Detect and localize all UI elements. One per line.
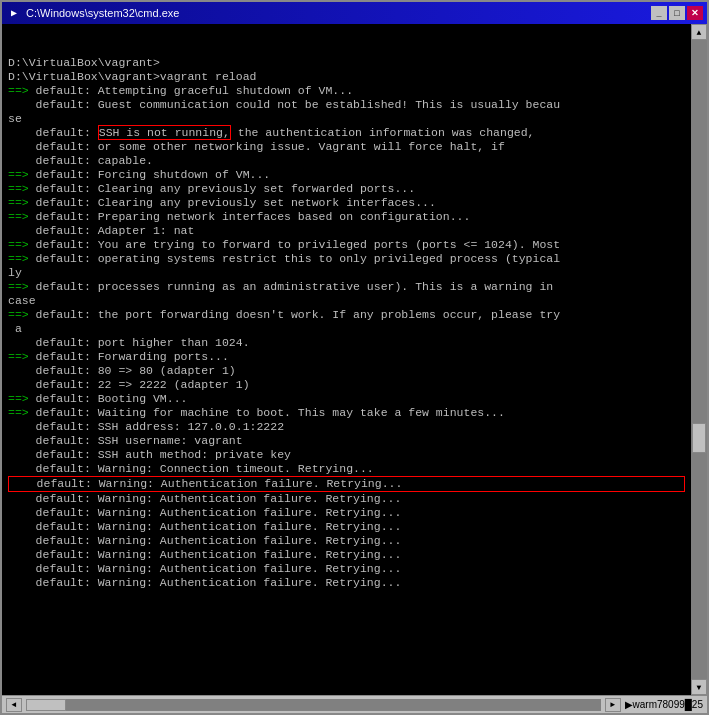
terminal-line: default: SSH auth method: private key: [8, 448, 685, 462]
terminal-line: ==> default: Clearing any previously set…: [8, 196, 685, 210]
terminal-line: ==> default: operating systems restrict …: [8, 252, 685, 266]
maximize-button[interactable]: □: [669, 6, 685, 20]
window-icon: ▶: [6, 5, 22, 21]
statusbar-scroll-thumb: [26, 699, 66, 711]
terminal-line: ==> default: Clearing any previously set…: [8, 182, 685, 196]
terminal-line: default: Guest communication could not b…: [8, 98, 685, 112]
terminal-line: ly: [8, 266, 685, 280]
terminal-line: default: Warning: Authentication failure…: [8, 534, 685, 548]
terminal-line: ==> default: You are trying to forward t…: [8, 238, 685, 252]
terminal-line: default: SSH address: 127.0.0.1:2222: [8, 420, 685, 434]
titlebar: ▶ C:\Windows\system32\cmd.exe _ □ ✕: [2, 2, 707, 24]
terminal-line: default: or some other networking issue.…: [8, 140, 685, 154]
terminal-line: default: port higher than 1024.: [8, 336, 685, 350]
scrollbar[interactable]: ▲ ▼: [691, 24, 707, 695]
terminal-line: ==> default: processes running as an adm…: [8, 280, 685, 294]
statusbar-left-arrow[interactable]: ◄: [6, 698, 22, 712]
terminal-line: ==> default: Attempting graceful shutdow…: [8, 84, 685, 98]
cmd-window: ▶ C:\Windows\system32\cmd.exe _ □ ✕ D:\V…: [0, 0, 709, 715]
terminal-line: case: [8, 294, 685, 308]
terminal-line: default: Warning: Authentication failure…: [8, 562, 685, 576]
terminal-line: ==> default: Forcing shutdown of VM...: [8, 168, 685, 182]
terminal-line: D:\VirtualBox\vagrant>vagrant reload: [8, 70, 685, 84]
close-button[interactable]: ✕: [687, 6, 703, 20]
statusbar: ◄ ► ▶warm78099█25: [2, 695, 707, 713]
terminal-line: ==> default: Forwarding ports...: [8, 350, 685, 364]
terminal-line: ==> default: Waiting for machine to boot…: [8, 406, 685, 420]
terminal-line: default: Warning: Connection timeout. Re…: [8, 462, 685, 476]
minimize-button[interactable]: _: [651, 6, 667, 20]
terminal-line: D:\VirtualBox\vagrant>: [8, 56, 685, 70]
window-title: C:\Windows\system32\cmd.exe: [26, 7, 651, 19]
scrollbar-track[interactable]: [691, 40, 707, 679]
terminal-line: default: 22 => 2222 (adapter 1): [8, 378, 685, 392]
terminal-line: default: 80 => 80 (adapter 1): [8, 364, 685, 378]
terminal-output: D:\VirtualBox\vagrant>D:\VirtualBox\vagr…: [2, 24, 691, 695]
terminal-line: default: SSH is not running, the authent…: [8, 126, 685, 140]
terminal-container: D:\VirtualBox\vagrant>D:\VirtualBox\vagr…: [2, 24, 707, 695]
terminal-line: default: Warning: Authentication failure…: [8, 520, 685, 534]
terminal-line: se: [8, 112, 685, 126]
statusbar-right-arrow[interactable]: ►: [605, 698, 621, 712]
scrollbar-thumb[interactable]: [692, 423, 706, 453]
terminal-line: a: [8, 322, 685, 336]
scroll-up-arrow[interactable]: ▲: [691, 24, 707, 40]
statusbar-right-text: ▶warm78099█25: [625, 699, 703, 710]
terminal-line: default: Warning: Authentication failure…: [8, 506, 685, 520]
statusbar-scrollbar[interactable]: [26, 699, 601, 711]
terminal-line: ==> default: Preparing network interface…: [8, 210, 685, 224]
terminal-line: default: Warning: Authentication failure…: [8, 548, 685, 562]
terminal-line: default: Warning: Authentication failure…: [8, 476, 685, 492]
window-controls: _ □ ✕: [651, 6, 703, 20]
terminal-line: default: Warning: Authentication failure…: [8, 576, 685, 590]
terminal-line: ==> default: the port forwarding doesn't…: [8, 308, 685, 322]
scroll-down-arrow[interactable]: ▼: [691, 679, 707, 695]
terminal-line: default: capable.: [8, 154, 685, 168]
terminal-line: default: Warning: Authentication failure…: [8, 492, 685, 506]
terminal-line: ==> default: Booting VM...: [8, 392, 685, 406]
terminal-line: default: Adapter 1: nat: [8, 224, 685, 238]
terminal-line: default: SSH username: vagrant: [8, 434, 685, 448]
